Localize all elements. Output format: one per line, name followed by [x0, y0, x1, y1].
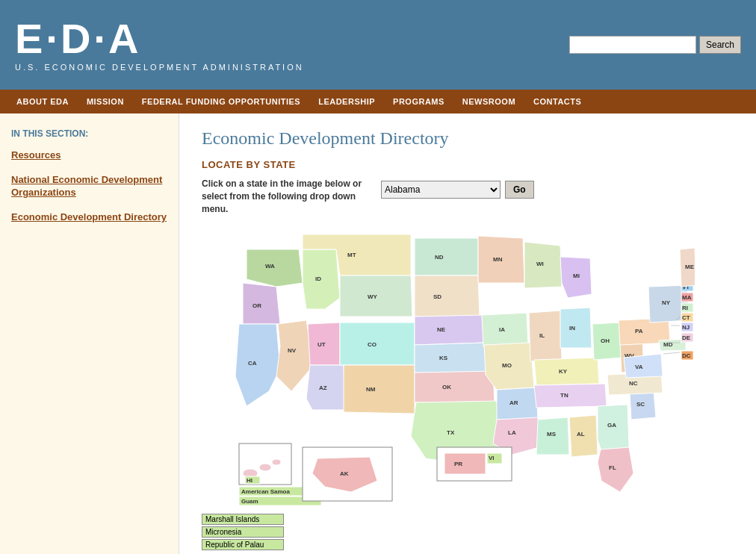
nav-item-programs[interactable]: PROGRAMS	[384, 90, 453, 113]
state-al[interactable]	[569, 415, 598, 457]
state-wy[interactable]	[340, 276, 412, 317]
state-ga[interactable]	[598, 405, 629, 451]
map-instruction: Click on a state in the image below or s…	[202, 178, 366, 215]
state-oh[interactable]	[592, 323, 622, 360]
state-selector-area: AlabamaAlaskaArizonaArkansasCaliforniaCo…	[381, 181, 534, 199]
state-pr[interactable]	[444, 453, 486, 474]
territory-republic-of-palau[interactable]: Republic of Palau	[202, 539, 284, 550]
state-dc[interactable]	[681, 351, 693, 360]
svg-line-55	[663, 352, 680, 354]
state-de[interactable]	[681, 333, 693, 342]
main-nav: ABOUT EDAMISSIONFEDERAL FUNDING OPPORTUN…	[0, 90, 756, 113]
content-wrapper: IN THIS SECTION: ResourcesNational Econo…	[0, 113, 756, 554]
state-wa[interactable]	[247, 249, 303, 287]
nav-item-federal-funding[interactable]: FEDERAL FUNDING OPPORTUNITIES	[133, 90, 309, 113]
sidebar-link-edd[interactable]: Economic Development Directory	[11, 211, 167, 224]
pacific-territories: Marshall Islands Micronesia Republic of …	[202, 514, 284, 550]
state-ok[interactable]	[415, 371, 495, 402]
nav-item-leadership[interactable]: LEADERSHIP	[309, 90, 384, 113]
state-hi-box[interactable]	[245, 476, 260, 484]
logo-subtitle: U.S. ECONOMIC DEVELOPMENT ADMINISTRATION	[15, 63, 304, 72]
state-ms[interactable]	[536, 417, 569, 455]
state-select[interactable]: AlabamaAlaskaArizonaArkansasCaliforniaCo…	[381, 181, 501, 199]
state-ri[interactable]	[681, 303, 693, 312]
state-hi-island2[interactable]	[259, 464, 271, 471]
state-va[interactable]	[624, 354, 663, 378]
main-content: Economic Development Directory LOCATE BY…	[179, 113, 756, 554]
state-ia[interactable]	[482, 313, 528, 346]
map-controls: Click on a state in the image below or s…	[202, 178, 734, 215]
state-nd[interactable]	[415, 238, 478, 276]
state-nm[interactable]	[344, 365, 415, 414]
nav-item-contacts[interactable]: CONTACTS	[524, 90, 590, 113]
page-title: Economic Development Directory	[202, 128, 734, 149]
logo-area: E·D·A U.S. ECONOMIC DEVELOPMENT ADMINIST…	[15, 18, 304, 72]
state-mi[interactable]	[560, 257, 592, 298]
state-ky[interactable]	[534, 358, 599, 385]
territories-row: Marshall Islands Micronesia Republic of …	[202, 514, 734, 550]
state-co[interactable]	[340, 323, 415, 365]
state-ne[interactable]	[415, 315, 484, 345]
state-ca[interactable]	[235, 324, 280, 406]
sidebar: IN THIS SECTION: ResourcesNational Econo…	[0, 113, 179, 554]
map-container: WA OR CA NV ID MT WY	[202, 227, 695, 511]
state-id[interactable]	[303, 249, 340, 309]
logo-title: E·D·A	[15, 18, 304, 60]
state-tn[interactable]	[534, 384, 607, 408]
state-mo[interactable]	[484, 343, 534, 390]
state-ar[interactable]	[497, 388, 538, 420]
state-mn[interactable]	[478, 236, 524, 283]
nav-item-mission[interactable]: MISSION	[78, 90, 133, 113]
state-sc[interactable]	[630, 391, 656, 420]
state-nj[interactable]	[681, 323, 693, 332]
header: E·D·A U.S. ECONOMIC DEVELOPMENT ADMINIST…	[0, 0, 756, 90]
state-wi[interactable]	[524, 242, 562, 288]
territory-marshall-islands[interactable]: Marshall Islands	[202, 514, 284, 525]
search-input[interactable]	[569, 36, 696, 54]
state-ct[interactable]	[681, 313, 693, 322]
sidebar-title: IN THIS SECTION:	[11, 128, 167, 139]
sidebar-link-resources[interactable]: Resources	[11, 149, 167, 162]
locate-label: LOCATE BY STATE	[202, 159, 734, 170]
search-button[interactable]: Search	[699, 36, 741, 54]
state-or[interactable]	[243, 283, 280, 324]
state-ut[interactable]	[308, 323, 340, 365]
search-area: Search	[569, 36, 741, 54]
nav-item-newsroom[interactable]: NEWSROOM	[453, 90, 524, 113]
nav-item-about-eda[interactable]: ABOUT EDA	[7, 90, 78, 113]
state-il[interactable]	[529, 311, 562, 361]
state-az[interactable]	[306, 365, 345, 410]
territory-micronesia[interactable]: Micronesia	[202, 526, 284, 538]
sidebar-link-nedo[interactable]: National Economic Development Organizati…	[11, 174, 167, 199]
go-button[interactable]: Go	[505, 181, 534, 199]
us-map-svg: WA OR CA NV ID MT WY	[202, 227, 695, 511]
state-vi[interactable]	[487, 453, 502, 464]
state-sd[interactable]	[415, 276, 480, 317]
state-fl[interactable]	[598, 447, 633, 492]
state-ks[interactable]	[415, 343, 487, 373]
state-in[interactable]	[560, 308, 592, 348]
state-ma[interactable]	[681, 293, 693, 302]
state-me[interactable]	[680, 248, 695, 287]
state-hi-island3[interactable]	[272, 459, 281, 465]
